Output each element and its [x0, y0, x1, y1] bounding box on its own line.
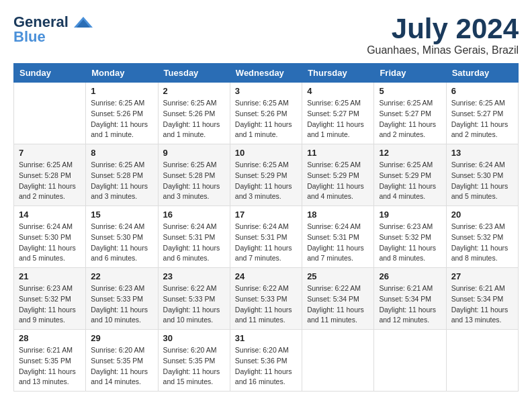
cell-info: Sunrise: 6:25 AM [307, 98, 369, 109]
cell-info: Daylight: 11 hours and 1 minute. [91, 120, 152, 141]
cell-info: Daylight: 11 hours and 13 minutes. [451, 305, 513, 326]
day-number: 12 [379, 148, 441, 158]
calendar-cell: 25Sunrise: 6:22 AMSunset: 5:34 PMDayligh… [302, 268, 374, 330]
cell-info: Sunrise: 6:24 AM [19, 222, 81, 232]
cell-info: Sunset: 5:34 PM [451, 294, 513, 305]
cell-info: Sunrise: 6:24 AM [307, 222, 369, 232]
cell-info: Sunrise: 6:25 AM [451, 98, 513, 109]
cell-info: Daylight: 11 hours and 12 minutes. [379, 305, 441, 326]
cell-info: Daylight: 11 hours and 6 minutes. [91, 243, 152, 265]
cell-info: Sunrise: 6:24 AM [91, 222, 152, 232]
day-number: 19 [379, 210, 441, 220]
day-number: 6 [451, 86, 513, 96]
day-number: 1 [91, 86, 152, 96]
col-header-friday: Friday [374, 64, 446, 83]
day-number: 3 [235, 86, 297, 96]
calendar-cell: 5Sunrise: 6:25 AMSunset: 5:27 PMDaylight… [374, 83, 446, 144]
calendar-cell: 24Sunrise: 6:22 AMSunset: 5:33 PMDayligh… [230, 268, 302, 330]
day-number: 18 [307, 210, 369, 220]
calendar-cell: 4Sunrise: 6:25 AMSunset: 5:27 PMDaylight… [302, 83, 374, 144]
cell-info: Daylight: 11 hours and 1 minute. [235, 120, 297, 141]
cell-info: Sunset: 5:33 PM [163, 294, 225, 305]
location: Guanhaes, Minas Gerais, Brazil [367, 44, 519, 56]
calendar-cell [374, 330, 446, 392]
col-header-thursday: Thursday [302, 64, 374, 83]
calendar-cell: 6Sunrise: 6:25 AMSunset: 5:27 PMDaylight… [446, 83, 518, 144]
cell-info: Daylight: 11 hours and 4 minutes. [307, 181, 369, 203]
cell-info: Daylight: 11 hours and 1 minute. [307, 120, 369, 141]
cell-info: Sunset: 5:34 PM [307, 294, 369, 305]
cell-info: Sunrise: 6:22 AM [235, 283, 297, 294]
calendar-cell: 14Sunrise: 6:24 AMSunset: 5:30 PMDayligh… [14, 206, 86, 268]
day-number: 7 [19, 148, 81, 158]
cell-info: Daylight: 11 hours and 10 minutes. [91, 305, 152, 326]
calendar-cell: 1Sunrise: 6:25 AMSunset: 5:26 PMDaylight… [86, 83, 158, 144]
week-row-3: 14Sunrise: 6:24 AMSunset: 5:30 PMDayligh… [14, 206, 519, 268]
cell-info: Sunrise: 6:24 AM [451, 160, 513, 171]
day-number: 30 [163, 333, 225, 343]
cell-info: Sunset: 5:26 PM [163, 109, 225, 120]
col-header-sunday: Sunday [14, 64, 86, 83]
cell-info: Sunrise: 6:21 AM [379, 283, 441, 294]
calendar-cell: 27Sunrise: 6:21 AMSunset: 5:34 PMDayligh… [446, 268, 518, 330]
calendar-cell [302, 330, 374, 392]
calendar-cell: 2Sunrise: 6:25 AMSunset: 5:26 PMDaylight… [158, 83, 230, 144]
day-number: 21 [19, 271, 81, 281]
cell-info: Sunset: 5:34 PM [379, 294, 441, 305]
cell-info: Sunrise: 6:25 AM [379, 160, 441, 171]
calendar-cell: 8Sunrise: 6:25 AMSunset: 5:28 PMDaylight… [86, 144, 158, 206]
day-number: 4 [307, 86, 369, 96]
week-row-1: 1Sunrise: 6:25 AMSunset: 5:26 PMDaylight… [14, 83, 519, 144]
title-block: July 2024 Guanhaes, Minas Gerais, Brazil [367, 13, 519, 56]
cell-info: Daylight: 11 hours and 16 minutes. [235, 367, 297, 388]
cell-info: Daylight: 11 hours and 8 minutes. [379, 243, 441, 265]
cell-info: Sunset: 5:29 PM [379, 171, 441, 181]
cell-info: Sunrise: 6:25 AM [307, 160, 369, 171]
cell-info: Daylight: 11 hours and 7 minutes. [307, 243, 369, 265]
cell-info: Daylight: 11 hours and 14 minutes. [91, 367, 152, 388]
cell-info: Sunrise: 6:23 AM [91, 283, 152, 294]
cell-info: Daylight: 11 hours and 2 minutes. [451, 120, 513, 141]
cell-info: Sunset: 5:28 PM [91, 171, 152, 181]
cell-info: Daylight: 11 hours and 3 minutes. [163, 181, 225, 203]
cell-info: Sunrise: 6:25 AM [235, 98, 297, 109]
cell-info: Sunset: 5:31 PM [307, 232, 369, 243]
cell-info: Sunset: 5:32 PM [379, 232, 441, 243]
cell-info: Sunset: 5:28 PM [163, 171, 225, 181]
calendar-cell: 13Sunrise: 6:24 AMSunset: 5:30 PMDayligh… [446, 144, 518, 206]
month-title: July 2024 [367, 13, 519, 44]
cell-info: Daylight: 11 hours and 6 minutes. [163, 243, 225, 265]
cell-info: Sunrise: 6:25 AM [91, 98, 152, 109]
calendar-cell: 31Sunrise: 6:20 AMSunset: 5:36 PMDayligh… [230, 330, 302, 392]
cell-info: Sunset: 5:33 PM [91, 294, 152, 305]
col-header-saturday: Saturday [446, 64, 518, 83]
col-header-wednesday: Wednesday [230, 64, 302, 83]
cell-info: Sunrise: 6:25 AM [91, 160, 152, 171]
cell-info: Sunset: 5:35 PM [163, 356, 225, 367]
cell-info: Sunset: 5:32 PM [451, 232, 513, 243]
cell-info: Daylight: 11 hours and 2 minutes. [19, 181, 81, 203]
day-number: 20 [451, 210, 513, 220]
cell-info: Daylight: 11 hours and 3 minutes. [235, 181, 297, 203]
day-number: 23 [163, 271, 225, 281]
calendar-cell: 21Sunrise: 6:23 AMSunset: 5:32 PMDayligh… [14, 268, 86, 330]
calendar-cell: 16Sunrise: 6:24 AMSunset: 5:31 PMDayligh… [158, 206, 230, 268]
day-number: 11 [307, 148, 369, 158]
calendar-cell: 11Sunrise: 6:25 AMSunset: 5:29 PMDayligh… [302, 144, 374, 206]
calendar-cell: 12Sunrise: 6:25 AMSunset: 5:29 PMDayligh… [374, 144, 446, 206]
calendar-cell: 9Sunrise: 6:25 AMSunset: 5:28 PMDaylight… [158, 144, 230, 206]
day-number: 26 [379, 271, 441, 281]
cell-info: Sunset: 5:31 PM [235, 232, 297, 243]
cell-info: Sunrise: 6:23 AM [19, 283, 81, 294]
cell-info: Daylight: 11 hours and 5 minutes. [19, 243, 81, 265]
calendar-cell: 3Sunrise: 6:25 AMSunset: 5:26 PMDaylight… [230, 83, 302, 144]
cell-info: Sunset: 5:31 PM [163, 232, 225, 243]
cell-info: Sunset: 5:26 PM [235, 109, 297, 120]
cell-info: Daylight: 11 hours and 4 minutes. [379, 181, 441, 203]
cell-info: Sunrise: 6:25 AM [163, 98, 225, 109]
calendar-cell: 30Sunrise: 6:20 AMSunset: 5:35 PMDayligh… [158, 330, 230, 392]
cell-info: Sunset: 5:27 PM [307, 109, 369, 120]
day-number: 13 [451, 148, 513, 158]
cell-info: Daylight: 11 hours and 11 minutes. [235, 305, 297, 326]
cell-info: Sunset: 5:35 PM [19, 356, 81, 367]
